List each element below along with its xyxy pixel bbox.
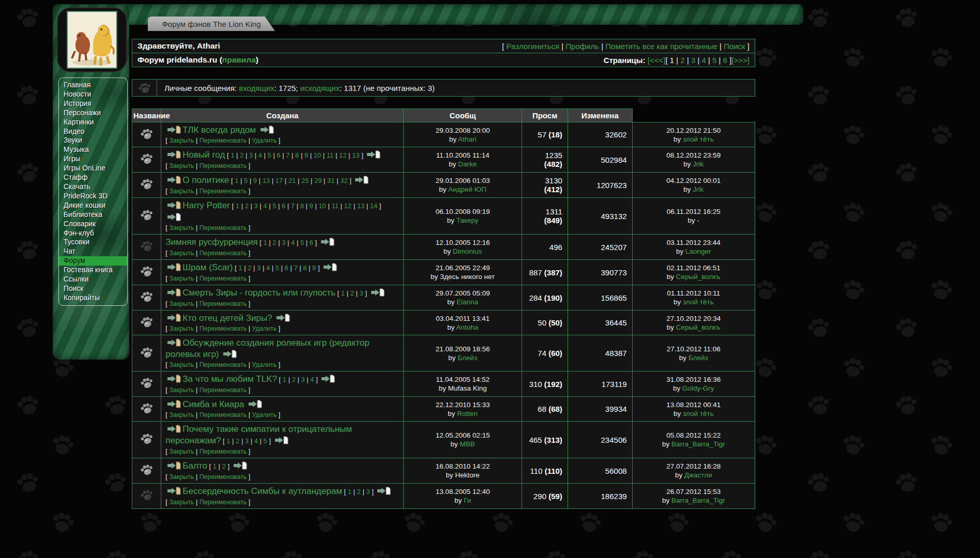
author-link[interactable]: Jrik [693, 160, 703, 168]
jump-to-first-unread-icon[interactable] [167, 338, 181, 347]
topic-page-link[interactable]: 6 [310, 239, 313, 246]
jump-to-first-unread-icon[interactable] [167, 314, 181, 322]
topic-page-link[interactable]: 11 [331, 202, 339, 210]
topic-page-link[interactable]: 3 [360, 289, 363, 297]
topic-page-link[interactable]: 2 [245, 202, 249, 210]
author-link[interactable]: Darke [458, 160, 477, 168]
topic-page-link[interactable]: 4 [310, 376, 314, 383]
topic-page-link[interactable]: 1 [236, 202, 239, 210]
author-link[interactable]: злой тёть [683, 410, 714, 417]
topic-page-link[interactable]: 1 [264, 239, 267, 246]
topic-page-link[interactable]: 5 [268, 151, 271, 159]
action-link-3[interactable]: Удалить [252, 411, 277, 419]
author-link[interactable]: Dimonius [453, 247, 482, 255]
jump-to-first-unread-icon[interactable] [167, 425, 181, 433]
action-link-2[interactable]: Переименовать [200, 361, 247, 368]
action-link-1[interactable]: Закрыть [169, 188, 194, 195]
sidebar-item-13[interactable]: PrideRock 3D [59, 192, 127, 201]
topic-page-link[interactable]: 31 [327, 177, 334, 184]
topic-page-link[interactable]: 9 [253, 177, 257, 184]
topic-page-link[interactable]: 2 [357, 488, 361, 495]
action-link-2[interactable]: Переименовать [200, 386, 247, 394]
action-link-2[interactable]: Переименовать [200, 499, 247, 506]
sidebar-item-18[interactable]: Тусовки [59, 238, 127, 247]
topic-link[interactable]: Кто отец детей Зиры? [182, 313, 272, 323]
action-link-2[interactable]: Переименовать [200, 411, 247, 419]
pagination-page-link[interactable]: 6 [723, 56, 727, 65]
topic-page-link[interactable]: 8 [300, 202, 304, 210]
topic-page-link[interactable]: 4 [258, 151, 262, 159]
action-link-3[interactable]: Удалить [252, 325, 277, 332]
topic-page-link[interactable]: 11 [327, 151, 334, 159]
jump-to-first-unread-icon[interactable] [167, 150, 181, 159]
action-link-2[interactable]: Переименовать [200, 162, 247, 169]
topic-page-link[interactable]: 3 [366, 488, 370, 495]
sidebar-item-8[interactable]: Музыка [59, 145, 127, 154]
action-link-1[interactable]: Закрыть [169, 275, 194, 282]
author-link[interactable]: Джастли [684, 471, 712, 479]
topic-page-link[interactable]: 1 [341, 289, 345, 297]
topic-page-link[interactable]: 5 [264, 437, 267, 445]
action-link-1[interactable]: Закрыть [169, 473, 194, 481]
topic-link[interactable]: ТЛК всегда рядом [182, 125, 256, 135]
topic-page-link[interactable]: 6 [277, 151, 280, 159]
action-link-1[interactable]: Закрыть [169, 448, 194, 455]
author-link[interactable]: Athari [458, 135, 476, 143]
topic-page-link[interactable]: 21 [288, 177, 296, 184]
topic-link[interactable]: За что мы любим TLK? [182, 374, 277, 384]
jump-to-last-post-icon[interactable] [260, 126, 274, 134]
site-logo[interactable] [57, 7, 127, 72]
sidebar-item-20[interactable]: Форум [59, 256, 127, 266]
jump-to-last-post-icon[interactable] [366, 150, 380, 159]
action-link-2[interactable]: Переименовать [200, 137, 247, 144]
jump-to-last-post-icon[interactable] [274, 436, 288, 444]
jump-to-last-post-icon[interactable] [167, 213, 181, 221]
author-link[interactable]: Laonger [685, 247, 711, 255]
author-link[interactable]: Goldy-Gry [682, 384, 714, 392]
topic-page-link[interactable]: 1 [283, 376, 286, 383]
topic-page-link[interactable]: 32 [340, 177, 347, 184]
author-link[interactable]: Barra_Barra_Tigr [671, 440, 725, 448]
topic-link[interactable]: Симба и Киара [182, 399, 244, 409]
jump-to-last-post-icon[interactable] [320, 238, 334, 246]
author-link[interactable]: Серый_волкъ [676, 273, 721, 281]
action-link-2[interactable]: Переименовать [200, 473, 247, 481]
session-link-1[interactable]: Разлогиниться [507, 42, 559, 51]
author-link[interactable]: Такеру [456, 216, 479, 224]
sidebar-item-3[interactable]: История [59, 99, 127, 109]
jump-to-last-post-icon[interactable] [323, 263, 337, 271]
session-link-3[interactable]: Пометить все как прочитанные [605, 42, 717, 51]
topic-page-link[interactable]: 7 [291, 202, 295, 210]
topic-page-link[interactable]: 1 [238, 264, 242, 272]
author-link[interactable]: Jrik [693, 185, 703, 193]
jump-to-last-post-icon[interactable] [371, 288, 385, 297]
action-link-2[interactable]: Переименовать [200, 188, 247, 195]
sidebar-item-17[interactable]: Фэн-клуб [59, 229, 127, 238]
topic-page-link[interactable]: 12 [339, 151, 346, 159]
jump-to-first-unread-icon[interactable] [167, 487, 181, 495]
topic-page-link[interactable]: 3 [254, 202, 257, 210]
sidebar-item-5[interactable]: Картинки [59, 118, 127, 127]
pagination-prev[interactable]: [<<<] [648, 56, 666, 65]
pagination-page-link[interactable]: 2 [680, 56, 684, 65]
topic-page-link[interactable]: 7 [294, 264, 297, 272]
topic-page-link[interactable]: 6 [285, 264, 288, 272]
jump-to-first-unread-icon[interactable] [167, 375, 181, 383]
sidebar-item-6[interactable]: Видео [59, 127, 127, 136]
topic-page-link[interactable]: 2 [350, 289, 354, 297]
jump-to-first-unread-icon[interactable] [167, 126, 181, 134]
jump-to-first-unread-icon[interactable] [167, 288, 181, 297]
sidebar-item-2[interactable]: Новости [59, 90, 127, 99]
sidebar-item-10[interactable]: Игры OnLine [59, 164, 127, 173]
topic-page-link[interactable]: 2 [272, 239, 276, 246]
action-link-1[interactable]: Закрыть [169, 162, 194, 169]
topic-page-link[interactable]: 2 [292, 376, 296, 383]
action-link-2[interactable]: Переименовать [200, 300, 247, 307]
topic-page-link[interactable]: 17 [275, 177, 283, 184]
inbox-link[interactable]: входящих [239, 84, 274, 92]
sidebar-item-7[interactable]: Звуки [59, 136, 127, 145]
sidebar-item-9[interactable]: Игры [59, 154, 127, 164]
action-link-1[interactable]: Закрыть [169, 361, 194, 368]
forum-tab[interactable]: Форум фэнов The Lion King [148, 17, 275, 31]
action-link-1[interactable]: Закрыть [169, 499, 194, 506]
